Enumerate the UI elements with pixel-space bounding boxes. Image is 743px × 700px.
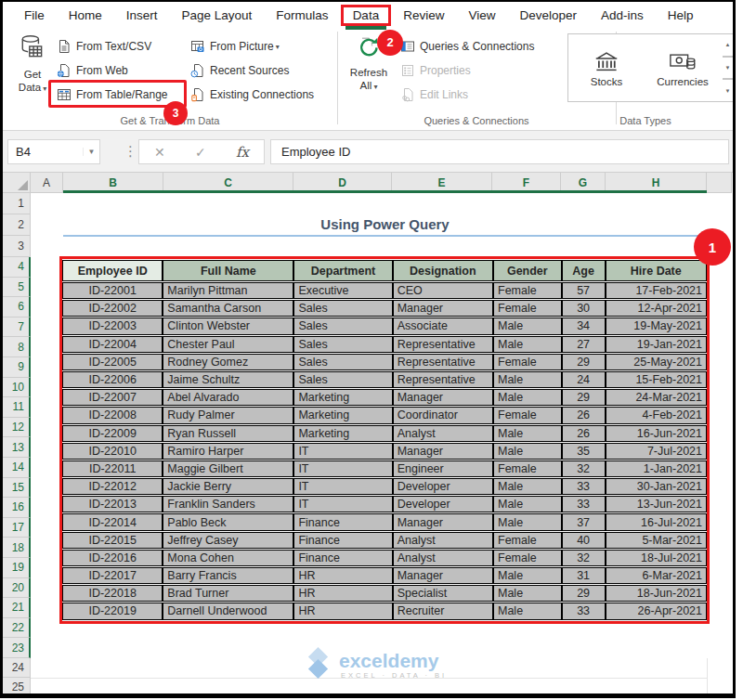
cell[interactable]: ID-22017 xyxy=(62,567,163,584)
cell[interactable]: 24-Mar-2021 xyxy=(606,389,707,406)
column-header-a[interactable]: A xyxy=(31,173,63,193)
cell[interactable]: Barry Francis xyxy=(163,567,293,584)
header-cell[interactable]: Employee ID xyxy=(62,260,163,281)
cell[interactable]: Female xyxy=(493,460,562,477)
cell[interactable]: ID-22011 xyxy=(62,460,163,477)
cell[interactable]: ID-22013 xyxy=(62,496,163,512)
cell[interactable]: Pablo Beck xyxy=(163,513,293,530)
cell[interactable]: 13-Jun-2021 xyxy=(606,496,707,512)
cell[interactable]: Maggie Gilbert xyxy=(163,460,293,477)
cell[interactable]: Male xyxy=(493,425,562,442)
cell[interactable]: Representative xyxy=(393,336,493,353)
cell[interactable]: Clinton Webster xyxy=(163,318,293,334)
cell[interactable]: 57 xyxy=(562,282,606,299)
tab-insert[interactable]: Insert xyxy=(114,5,170,26)
row-header-25[interactable]: 25 xyxy=(3,678,31,694)
cell[interactable]: ID-22014 xyxy=(62,513,163,530)
cell[interactable]: Female xyxy=(493,407,562,423)
tab-file[interactable]: File xyxy=(12,5,57,26)
tab-help[interactable]: Help xyxy=(656,5,706,26)
cell[interactable]: Recruiter xyxy=(393,603,493,619)
tab-add-ins[interactable]: Add-ins xyxy=(589,5,656,26)
cell[interactable]: ID-22007 xyxy=(62,389,163,406)
queries-connections-button[interactable]: Queries & Connections xyxy=(400,35,534,58)
recent-sources-button[interactable]: Recent Sources xyxy=(190,59,289,82)
insert-function-icon[interactable]: fx xyxy=(236,144,249,161)
chevron-down-icon[interactable]: ▼ xyxy=(83,148,99,156)
formula-bar-handle[interactable]: ⋮ xyxy=(124,139,137,164)
cell[interactable]: ID-22019 xyxy=(62,603,163,619)
cell[interactable]: Manager xyxy=(393,300,493,317)
row-header-10[interactable]: 10 xyxy=(3,378,31,398)
row-header-16[interactable]: 16 xyxy=(3,498,31,518)
header-cell[interactable]: Full Name xyxy=(163,260,293,281)
cell[interactable]: HR xyxy=(293,567,392,584)
cell[interactable]: 29 xyxy=(562,354,606,370)
cell[interactable]: Manager xyxy=(393,389,493,406)
row-header-7[interactable]: 7 xyxy=(3,318,31,338)
cell[interactable]: Male xyxy=(493,371,562,388)
cell[interactable]: 35 xyxy=(562,443,606,460)
cell[interactable]: Ramiro Harper xyxy=(163,443,293,460)
cell[interactable]: 18-Jun-2021 xyxy=(606,585,707,602)
cell[interactable]: Male xyxy=(493,603,562,619)
cell[interactable]: 25-May-2021 xyxy=(606,354,707,370)
cell[interactable]: 19-Jan-2021 xyxy=(606,336,707,353)
header-cell[interactable]: Gender xyxy=(493,260,562,281)
tab-formulas[interactable]: Formulas xyxy=(264,5,340,26)
cell[interactable]: Finance xyxy=(293,532,392,549)
cell[interactable]: Samantha Carson xyxy=(163,300,293,317)
existing-connections-button[interactable]: Existing Connections xyxy=(190,84,314,106)
cell[interactable]: Analyst xyxy=(393,532,493,549)
cell[interactable]: 33 xyxy=(562,496,606,512)
row-header-12[interactable]: 12 xyxy=(3,418,31,438)
cell[interactable]: ID-22009 xyxy=(62,425,163,442)
cell[interactable]: Manager xyxy=(393,513,493,530)
row-header-24[interactable]: 24 xyxy=(3,658,31,678)
tab-home[interactable]: Home xyxy=(57,5,114,26)
row-header-21[interactable]: 21 xyxy=(3,598,31,618)
cell[interactable]: 24 xyxy=(562,371,606,388)
cell[interactable]: Marketing xyxy=(293,389,392,406)
cell[interactable]: Jackie Berry xyxy=(163,478,293,495)
header-cell[interactable]: Hire Date xyxy=(606,260,707,281)
cell[interactable]: Male xyxy=(493,478,562,495)
header-cell[interactable]: Age xyxy=(562,260,606,281)
cell[interactable]: Darnell Underwood xyxy=(163,603,293,619)
cell[interactable]: CEO xyxy=(393,282,493,299)
cell[interactable]: Marilyn Pittman xyxy=(163,282,293,299)
cell[interactable]: IT xyxy=(293,496,392,512)
cell[interactable]: 26 xyxy=(562,425,606,442)
cell[interactable]: Marketing xyxy=(293,425,392,442)
cell[interactable]: 31 xyxy=(562,567,606,584)
from-picture-button[interactable]: From Picture▾ xyxy=(190,35,280,58)
cell[interactable]: ID-22010 xyxy=(62,443,163,460)
cell[interactable]: Developer xyxy=(393,478,493,495)
cell[interactable]: Male xyxy=(493,585,562,602)
cell[interactable]: ID-22004 xyxy=(62,336,163,353)
row-header-3[interactable]: 3 xyxy=(3,236,31,257)
cell[interactable]: 19-May-2021 xyxy=(606,318,707,334)
cell[interactable]: ID-22018 xyxy=(62,585,163,602)
cell[interactable]: Male xyxy=(493,443,562,460)
row-header-1[interactable]: 1 xyxy=(3,193,31,214)
cell[interactable]: ID-22016 xyxy=(62,550,163,566)
row-header-20[interactable]: 20 xyxy=(3,578,31,599)
cell[interactable]: Chester Paul xyxy=(163,336,293,353)
cell[interactable]: Sales xyxy=(293,336,392,353)
cell[interactable]: IT xyxy=(293,478,392,495)
cell[interactable]: Developer xyxy=(393,496,493,512)
cell[interactable]: Analyst xyxy=(393,425,493,442)
cell[interactable]: Manager xyxy=(393,443,493,460)
stocks-data-type[interactable]: Stocks xyxy=(568,34,645,101)
cell[interactable]: Coordinator xyxy=(393,407,493,423)
cell[interactable]: 6-Mar-2021 xyxy=(606,567,707,584)
cell[interactable]: 40 xyxy=(562,532,606,549)
cell[interactable]: Associate xyxy=(393,318,493,334)
cell[interactable]: 32 xyxy=(562,460,606,477)
cancel-icon[interactable]: ✕ xyxy=(154,145,165,160)
cell[interactable]: IT xyxy=(293,460,392,477)
cell[interactable]: 26 xyxy=(562,407,606,423)
sheet-title-cell[interactable]: Using Power Query xyxy=(63,214,707,235)
cell[interactable]: 30 xyxy=(562,300,606,317)
